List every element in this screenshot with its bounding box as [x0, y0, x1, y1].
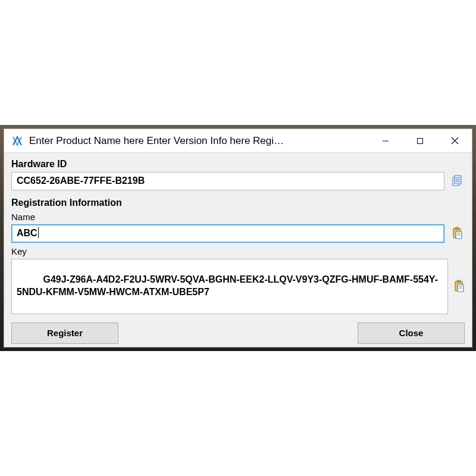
titlebar[interactable]: Enter Product Name here Enter Version In…	[4, 129, 472, 153]
svg-rect-10	[455, 227, 459, 230]
key-value: G49J-Z96A-A4D2-F2UJ-5WRV-5QVA-BGHN-EEK2-…	[17, 274, 438, 297]
hardware-id-label: Hardware ID	[11, 159, 465, 170]
svg-rect-15	[457, 280, 461, 283]
minimize-button[interactable]	[368, 129, 403, 153]
register-button[interactable]: Register	[11, 322, 118, 344]
window-title: Enter Product Name here Enter Version In…	[29, 135, 368, 147]
button-row: Register Close	[11, 317, 465, 344]
name-value: ABC	[17, 228, 37, 238]
key-label: Key	[11, 246, 465, 256]
client-area: Hardware ID CC652-26ABE-77FFE-B219B Regi…	[4, 153, 472, 351]
registration-info-label: Registration Information	[11, 198, 465, 208]
spacer	[126, 322, 350, 344]
text-caret	[38, 227, 39, 238]
hardware-id-value: CC652-26ABE-77FFE-B219B	[17, 176, 145, 186]
paste-name-button[interactable]	[449, 224, 465, 243]
name-field[interactable]: ABC	[11, 224, 444, 243]
paste-key-button[interactable]	[453, 259, 465, 314]
close-window-button[interactable]	[437, 129, 472, 153]
copy-hardware-id-button[interactable]	[449, 172, 465, 190]
close-button[interactable]: Close	[358, 322, 465, 344]
hardware-id-field[interactable]: CC652-26ABE-77FFE-B219B	[11, 172, 444, 190]
registration-window: Enter Product Name here Enter Version In…	[4, 129, 472, 347]
svg-rect-1	[418, 138, 423, 143]
desktop-backdrop: Enter Product Name here Enter Version In…	[0, 125, 476, 351]
app-icon	[10, 134, 24, 148]
key-field[interactable]: G49J-Z96A-A4D2-F2UJ-5WRV-5QVA-BGHN-EEK2-…	[11, 259, 448, 314]
maximize-button[interactable]	[403, 129, 437, 153]
name-label: Name	[11, 212, 465, 222]
